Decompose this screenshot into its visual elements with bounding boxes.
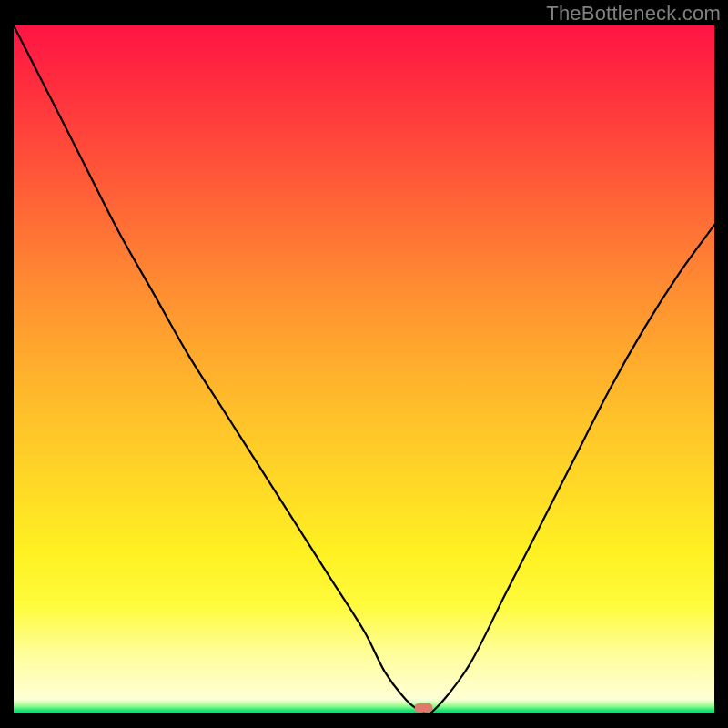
plot-area — [14, 25, 714, 713]
watermark-text: TheBottleneck.com — [546, 2, 721, 25]
bottleneck-curve-path — [14, 25, 714, 713]
curve-minimum-marker — [415, 703, 432, 713]
bottleneck-curve-svg — [14, 25, 714, 713]
chart-frame: TheBottleneck.com — [0, 0, 728, 728]
